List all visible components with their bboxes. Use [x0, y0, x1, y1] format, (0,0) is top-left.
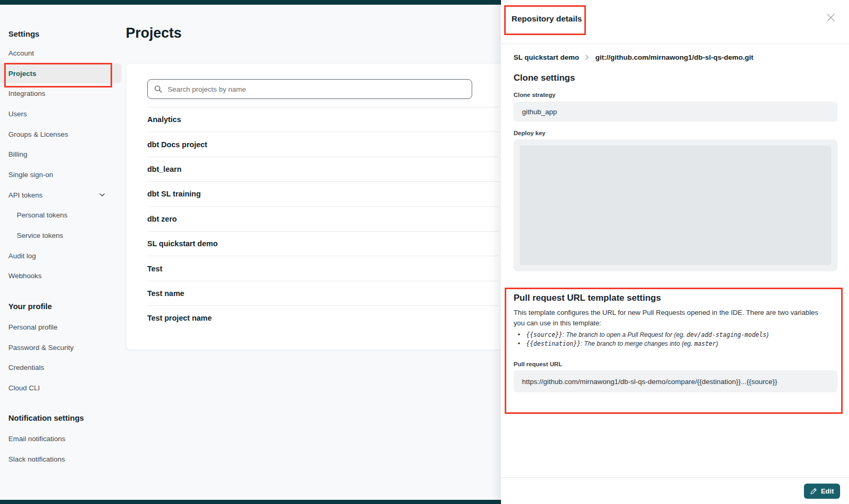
- project-search: [147, 79, 472, 99]
- clone-strategy-value: github_app: [514, 102, 837, 122]
- app-root: Settings Account Projects Integrations U…: [0, 0, 849, 504]
- project-row-dbt-zero[interactable]: dbt zero: [147, 206, 498, 231]
- sidebar-notifications-list: Email notifications Slack notifications: [0, 429, 122, 469]
- project-row-dbt-sl-training[interactable]: dbt SL training: [147, 181, 498, 206]
- deploy-key-box: [514, 139, 837, 271]
- sidebar-item-slack-notifications[interactable]: Slack notifications: [0, 449, 122, 469]
- panel-header-divider: [501, 43, 849, 44]
- sidebar-item-account[interactable]: Account: [0, 43, 122, 63]
- clone-settings-heading: Clone settings: [514, 73, 575, 83]
- sidebar-item-billing[interactable]: Billing: [0, 144, 122, 165]
- pr-variable-source: {{source}}: The branch to open a Pull Re…: [517, 331, 826, 339]
- project-list: Analytics dbt Docs project dbt_learn dbt…: [147, 107, 498, 331]
- pr-template-variables-list: {{source}}: The branch to open a Pull Re…: [517, 331, 826, 348]
- projects-card: Analytics dbt Docs project dbt_learn dbt…: [126, 63, 519, 350]
- breadcrumb-project[interactable]: SL quickstart demo: [514, 53, 579, 61]
- sidebar-settings-list: Account Projects Integrations Users Grou…: [0, 43, 122, 286]
- project-row-test[interactable]: Test: [147, 256, 498, 280]
- sidebar-item-projects[interactable]: Projects: [0, 63, 122, 84]
- sidebar-item-users[interactable]: Users: [0, 104, 122, 124]
- project-row-dbt-learn[interactable]: dbt_learn: [147, 157, 498, 181]
- pull-request-url-label: Pull request URL: [514, 361, 562, 367]
- pencil-icon: [810, 488, 817, 495]
- sidebar-item-audit-log[interactable]: Audit log: [0, 246, 122, 266]
- sidebar-item-personal-profile[interactable]: Personal profile: [0, 317, 122, 337]
- panel-title: Repository details: [511, 14, 582, 24]
- sidebar-item-integrations[interactable]: Integrations: [0, 83, 122, 104]
- chevron-right-icon: [585, 54, 590, 60]
- search-icon: [154, 85, 162, 95]
- project-row-test-project-name[interactable]: Test project name: [147, 305, 498, 330]
- search-projects-input[interactable]: [147, 79, 472, 99]
- sidebar-item-webhooks[interactable]: Webhooks: [0, 266, 122, 287]
- sidebar-item-cloud-cli[interactable]: Cloud CLI: [0, 378, 122, 398]
- clone-strategy-label: Clone strategy: [514, 92, 556, 98]
- sidebar-item-password-security[interactable]: Password & Security: [0, 337, 122, 358]
- sidebar-heading-notification-settings: Notification settings: [8, 413, 84, 422]
- deploy-key-redacted-value: [520, 146, 831, 265]
- project-row-sl-quickstart-demo[interactable]: SL quickstart demo: [147, 231, 498, 256]
- sidebar-item-email-notifications[interactable]: Email notifications: [0, 429, 122, 449]
- sidebar-item-single-sign-on[interactable]: Single sign-on: [0, 165, 122, 185]
- sidebar-item-service-tokens[interactable]: Service tokens: [0, 225, 122, 246]
- sidebar-item-credentials[interactable]: Credentials: [0, 357, 122, 378]
- project-row-test-name[interactable]: Test name: [147, 281, 498, 305]
- breadcrumb: SL quickstart demo git://github.com/mirn…: [514, 53, 754, 61]
- sidebar-item-api-tokens[interactable]: API tokens: [0, 185, 122, 205]
- pr-template-description: This template configures the URL for new…: [514, 308, 828, 329]
- sidebar-heading-your-profile: Your profile: [8, 302, 52, 311]
- page-title: Projects: [126, 25, 182, 41]
- project-row-dbt-docs-project[interactable]: dbt Docs project: [147, 132, 498, 156]
- sidebar-heading-settings: Settings: [8, 29, 39, 38]
- sidebar-profile-list: Personal profile Password & Security Cre…: [0, 317, 122, 398]
- sidebar-item-personal-tokens[interactable]: Personal tokens: [0, 205, 122, 226]
- panel-footer: Edit: [501, 477, 849, 504]
- breadcrumb-repo-url: git://github.com/mirnawong1/db-sl-qs-dem…: [595, 53, 753, 61]
- repository-details-panel: Repository details SL quickstart demo gi…: [501, 0, 849, 504]
- sidebar-item-groups-licenses[interactable]: Groups & Licenses: [0, 124, 122, 145]
- edit-button-label: Edit: [821, 487, 834, 495]
- close-icon[interactable]: [826, 13, 835, 22]
- deploy-key-label: Deploy key: [514, 130, 546, 136]
- project-row-analytics[interactable]: Analytics: [147, 107, 498, 132]
- pr-template-heading: Pull request URL template settings: [514, 293, 661, 303]
- pr-variable-destination: {{destination}}: The branch to merge cha…: [517, 339, 826, 348]
- edit-button[interactable]: Edit: [804, 484, 840, 499]
- pull-request-url-value: https://github.com/mirnawong1/db-sl-qs-d…: [514, 370, 837, 392]
- settings-sidebar: Settings Account Projects Integrations U…: [0, 0, 126, 504]
- chevron-down-icon: [99, 191, 106, 199]
